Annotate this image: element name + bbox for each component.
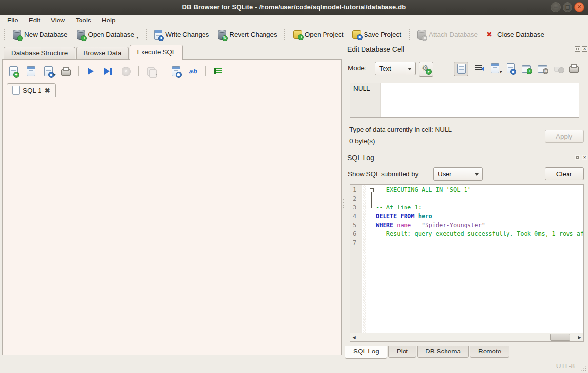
- open-external-icon: →: [522, 65, 531, 73]
- print-icon[interactable]: [60, 65, 72, 78]
- sql-document-tab[interactable]: SQL 1 ✖: [7, 83, 56, 97]
- log-horizontal-scrollbar[interactable]: ◀ ▶: [350, 333, 583, 341]
- log-filter-label: Show SQL submitted by: [348, 170, 419, 178]
- import-button[interactable]: ▾: [488, 62, 502, 75]
- cell-size-info: 0 byte(s): [349, 137, 375, 145]
- project-save-icon: ▪: [352, 30, 361, 39]
- tab-database-structure[interactable]: Database Structure: [4, 47, 75, 60]
- database-new-icon: +: [13, 30, 21, 40]
- sql-log-dock-controls: [575, 155, 587, 160]
- main-tab-bar: Database Structure Browse Data Execute S…: [4, 46, 184, 60]
- word-wrap-icon[interactable]: [212, 65, 224, 78]
- maximize-icon[interactable]: □: [563, 2, 572, 12]
- toolbar-separator: [284, 29, 287, 40]
- scrollbar-thumb[interactable]: [550, 334, 570, 341]
- apply-button[interactable]: Apply: [545, 130, 584, 143]
- cell-type-info: Type of data currently in cell: NULL: [349, 126, 452, 133]
- dropdown-caret-icon: ▾: [136, 35, 138, 40]
- new-database-button[interactable]: + New Database: [8, 28, 72, 41]
- export-button[interactable]: ▪: [504, 62, 517, 75]
- open-project-button[interactable]: → Open Project: [289, 28, 348, 41]
- import-file-icon: ▾: [491, 63, 499, 73]
- sql-editor-toolbar: + ▪▾ ▾ ●: [7, 65, 224, 78]
- text-document-icon: [457, 64, 466, 74]
- open-sql-file-icon[interactable]: [24, 65, 37, 78]
- stop-icon: [120, 65, 132, 78]
- menu-view[interactable]: View: [45, 16, 70, 25]
- sql-log-title: SQL Log: [347, 154, 374, 162]
- scroll-left-icon[interactable]: ◀: [350, 333, 358, 341]
- save-project-button[interactable]: ▪ Save Project: [348, 28, 406, 41]
- close-icon[interactable]: ✕: [574, 2, 584, 12]
- tab-browse-data[interactable]: Browse Data: [76, 47, 128, 60]
- project-open-icon: →: [293, 30, 302, 39]
- database-attach-icon: ∞: [417, 30, 426, 40]
- execute-sql-pane: [2, 59, 342, 355]
- window-controls: − □ ✕: [551, 2, 584, 12]
- cell-value-editor[interactable]: NULL: [350, 83, 579, 118]
- auto-apply-button[interactable]: ▸: [419, 62, 433, 77]
- open-database-button[interactable]: → Open Database ▾: [72, 28, 143, 41]
- word-wrap-button[interactable]: [471, 62, 485, 75]
- sql-log-view[interactable]: 1234567 -- EXECUTING ALL IN 'SQL 1'---- …: [350, 184, 584, 342]
- clear-log-button[interactable]: Clear: [545, 167, 584, 180]
- chevron-down-icon: [475, 173, 479, 176]
- mode-select[interactable]: Text: [375, 62, 416, 75]
- edit-cell-title: Edit Database Cell: [347, 45, 404, 53]
- menu-edit[interactable]: Edit: [23, 16, 45, 25]
- cell-print-button[interactable]: [567, 62, 581, 75]
- resize-grip[interactable]: [580, 365, 587, 372]
- new-sql-tab-icon[interactable]: +: [7, 65, 20, 78]
- toolbar-handle[interactable]: [3, 29, 6, 40]
- minimize-icon[interactable]: −: [551, 2, 561, 12]
- execute-all-icon[interactable]: [84, 65, 97, 78]
- cell-value: NULL: [350, 83, 381, 117]
- status-bar: UTF-8: [0, 355, 588, 373]
- close-tab-icon[interactable]: ✖: [45, 87, 50, 94]
- link-icon: ∞: [538, 65, 547, 73]
- scroll-right-icon[interactable]: ▶: [576, 333, 583, 341]
- dock-splitter[interactable]: [342, 198, 345, 209]
- toolbar-separator: [407, 29, 411, 40]
- menu-file[interactable]: File: [2, 16, 23, 25]
- encoding-indicator[interactable]: UTF-8: [556, 362, 575, 370]
- gear-icon: ▸: [422, 65, 430, 74]
- log-code[interactable]: -- EXECUTING ALL IN 'SQL 1'---- At line …: [366, 185, 583, 333]
- tab-execute-sql[interactable]: Execute SQL: [130, 45, 183, 60]
- open-external-button[interactable]: →: [519, 62, 533, 75]
- find-icon[interactable]: ●: [169, 65, 182, 78]
- revert-changes-icon: ↻: [218, 30, 226, 40]
- database-close-icon: [487, 31, 494, 39]
- titlebar: DB Browser for SQLite - /home/user/code/…: [0, 0, 588, 15]
- float-dock-icon[interactable]: [575, 155, 580, 160]
- write-changes-icon: ▪: [154, 30, 162, 40]
- toolbar-separator: [144, 29, 148, 40]
- window-title: DB Browser for SQLite - /home/user/code/…: [0, 3, 588, 11]
- float-dock-icon[interactable]: [575, 46, 580, 52]
- close-dock-icon[interactable]: [582, 46, 587, 52]
- revert-changes-button[interactable]: ↻ Revert Changes: [213, 28, 282, 41]
- menu-help[interactable]: Help: [97, 16, 121, 25]
- format-sql-icon[interactable]: [187, 65, 200, 78]
- word-wrap-icon: [475, 65, 482, 71]
- print-icon: [569, 66, 579, 73]
- copy-link-button[interactable]: ∞: [535, 62, 549, 75]
- attach-database-button: ∞ Attach Database: [413, 28, 482, 41]
- menu-tools[interactable]: Tools: [70, 16, 97, 25]
- save-sql-file-icon[interactable]: ▪▾: [42, 65, 55, 78]
- close-database-button[interactable]: Close Database: [482, 29, 548, 41]
- chevron-down-icon: [408, 68, 412, 70]
- edit-cell-dock-controls: [575, 46, 587, 52]
- set-null-icon: −: [554, 67, 563, 72]
- mode-label: Mode:: [348, 64, 366, 72]
- execute-current-line-icon[interactable]: [102, 65, 115, 78]
- sql-doc-icon: [12, 86, 20, 95]
- text-mode-button[interactable]: [454, 62, 468, 76]
- log-line-numbers: 1234567: [350, 185, 362, 341]
- database-open-icon: →: [77, 30, 85, 40]
- set-null-button: −: [551, 62, 565, 75]
- close-dock-icon[interactable]: [582, 155, 587, 160]
- main-toolbar: + New Database → Open Database ▾ ▪ Write…: [0, 26, 588, 43]
- log-filter-select[interactable]: User: [433, 167, 483, 181]
- write-changes-button[interactable]: ▪ Write Changes: [150, 28, 213, 41]
